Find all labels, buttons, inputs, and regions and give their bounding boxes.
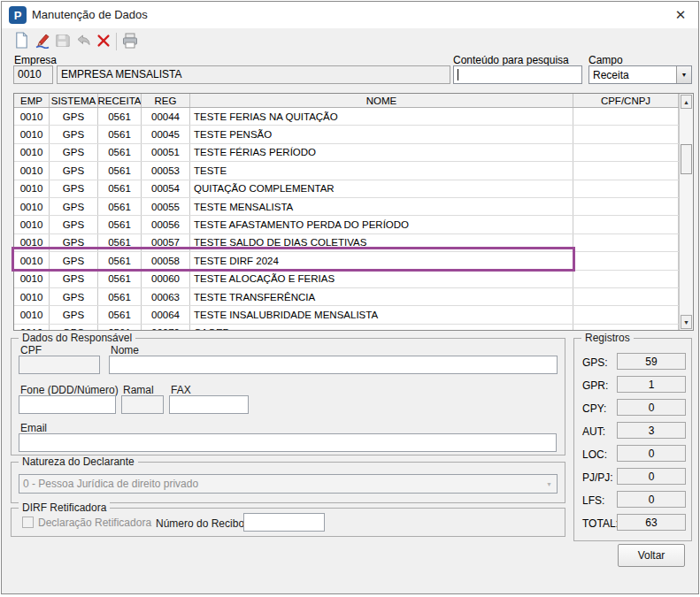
- cell-nome: TESTE SALDO DE DIAS COLETIVAS: [190, 234, 573, 251]
- cell-receita: 0561: [98, 306, 142, 323]
- column-header[interactable]: SISTEMA: [50, 94, 98, 107]
- cell-reg: 00063: [142, 288, 190, 305]
- fone-field[interactable]: [19, 395, 116, 414]
- column-header[interactable]: CPF/CNPJ: [573, 94, 679, 107]
- email-label: Email: [20, 422, 47, 434]
- cell-nome: TESTE DIRF 2024: [190, 252, 573, 269]
- vertical-scrollbar[interactable]: ▲ ▼: [679, 94, 693, 330]
- table-row[interactable]: 0010GPS056100055TESTE MENSALISTA: [14, 198, 679, 216]
- cell-nome: TESTE AFASTAMENTO PERDA DO PERÍODO: [190, 216, 573, 233]
- table-row[interactable]: 0010GPS056100057TESTE SALDO DE DIAS COLE…: [14, 234, 679, 252]
- registro-label: GPR:: [582, 379, 608, 392]
- undo-button[interactable]: [73, 31, 93, 52]
- save-record-button[interactable]: [52, 31, 73, 52]
- column-header[interactable]: EMP: [14, 94, 50, 107]
- cell-emp: 0010: [14, 252, 50, 269]
- cell-emp: 0010: [14, 216, 50, 233]
- natureza-legend: Natureza do Declarante: [19, 455, 138, 468]
- registro-row: GPR:1: [574, 372, 691, 395]
- registro-label: LFS:: [582, 494, 604, 507]
- cell-sistema: GPS: [50, 325, 98, 330]
- recibo-label: Número do Recibo:: [156, 517, 247, 530]
- cell-sistema: GPS: [50, 198, 98, 215]
- cell-reg: 00051: [142, 144, 190, 161]
- registro-value: 3: [617, 422, 686, 439]
- pencil-edit-icon: [34, 32, 51, 52]
- table-row[interactable]: 0010GPS056100070CAGED: [14, 325, 679, 330]
- campo-dropdown[interactable]: Receita ▼: [588, 65, 692, 84]
- ramal-field[interactable]: [121, 395, 164, 414]
- cell-cpf_cnpj: [573, 252, 679, 269]
- responsavel-legend: Dados do Responsável: [19, 332, 135, 344]
- cell-sistema: GPS: [50, 216, 98, 233]
- new-document-icon: [13, 32, 30, 51]
- cell-reg: 00058: [142, 252, 190, 269]
- table-row[interactable]: 0010GPS056100044TESTE FERIAS NA QUITAÇÃO: [14, 108, 679, 126]
- new-record-button[interactable]: [12, 31, 32, 52]
- cell-cpf_cnpj: [573, 198, 679, 215]
- cell-receita: 0561: [98, 288, 142, 305]
- cell-cpf_cnpj: [573, 162, 679, 179]
- registros-legend: Registros: [581, 332, 634, 344]
- registro-value: 0: [617, 491, 686, 508]
- printer-icon: [121, 32, 139, 52]
- scroll-down-icon[interactable]: ▼: [681, 315, 692, 329]
- table-row[interactable]: 0010GPS056100056TESTE AFASTAMENTO PERDA …: [14, 216, 679, 233]
- column-header[interactable]: REG: [142, 94, 190, 107]
- app-logo-icon: P: [9, 6, 27, 24]
- cell-receita: 0561: [98, 234, 142, 251]
- edit-record-button[interactable]: [32, 31, 52, 52]
- registro-label: PJ/PJ:: [582, 471, 613, 484]
- table-row[interactable]: 0010GPS056100063TESTE TRANSFERÊNCIA: [14, 288, 679, 306]
- registro-row: LOC:0: [574, 441, 691, 464]
- cell-nome: QUITAÇÃO COMPLEMENTAR: [190, 180, 573, 197]
- table-row[interactable]: 0010GPS056100053TESTE: [14, 162, 679, 180]
- cell-nome: TESTE FÉRIAS PERÍODO: [190, 144, 573, 161]
- registro-value: 0: [617, 399, 686, 416]
- column-header[interactable]: RECEITA: [98, 94, 142, 107]
- cell-cpf_cnpj: [573, 144, 679, 161]
- cell-nome: TESTE: [190, 162, 573, 179]
- table-row[interactable]: 0010GPS056100064TESTE INSALUBRIDADE MENS…: [14, 306, 679, 324]
- records-table: EMPSISTEMARECEITAREGNOMECPF/CNPJ 0010GPS…: [13, 93, 694, 331]
- cell-sistema: GPS: [50, 126, 98, 142]
- search-input[interactable]: [453, 65, 582, 84]
- responsavel-group: Dados do Responsável CPF Nome Fone (DDD/…: [11, 338, 565, 455]
- save-disk-icon: [55, 33, 71, 51]
- delete-record-button[interactable]: [93, 31, 113, 52]
- nome-field[interactable]: [109, 356, 558, 374]
- voltar-button[interactable]: Voltar: [618, 544, 685, 567]
- undo-arrow-icon: [74, 32, 92, 52]
- table-row[interactable]: 0010GPS056100045TESTE PENSÃO: [14, 126, 679, 143]
- column-header[interactable]: NOME: [190, 94, 573, 107]
- cell-cpf_cnpj: [573, 271, 679, 287]
- recibo-input[interactable]: [243, 513, 325, 532]
- cell-reg: 00054: [142, 180, 190, 197]
- scrollbar-thumb[interactable]: [681, 144, 692, 174]
- table-row[interactable]: 0010GPS056100060TESTE ALOCAÇÃO E FERIAS: [14, 271, 679, 288]
- registros-group: Registros GPS:59GPR:1CPY:0AUT:3LOC:0PJ/P…: [573, 338, 692, 541]
- table-row[interactable]: 0010GPS056100058TESTE DIRF 2024: [14, 252, 679, 270]
- cell-reg: 00044: [142, 108, 190, 125]
- cell-emp: 0010: [14, 234, 50, 251]
- cell-cpf_cnpj: [573, 180, 679, 197]
- email-field[interactable]: [19, 433, 557, 452]
- search-label: Conteúdo para pesquisa: [453, 54, 569, 66]
- cpf-field[interactable]: [19, 356, 100, 374]
- scroll-up-icon[interactable]: ▲: [681, 95, 692, 109]
- chevron-down-icon[interactable]: ▼: [676, 66, 691, 83]
- registro-row: CPY:0: [574, 395, 691, 418]
- cell-reg: 00053: [142, 162, 190, 179]
- close-icon[interactable]: ✕: [672, 6, 689, 24]
- print-button[interactable]: [119, 31, 140, 52]
- table-row[interactable]: 0010GPS056100051TESTE FÉRIAS PERÍODO: [14, 144, 679, 162]
- registros-rows: GPS:59GPR:1CPY:0AUT:3LOC:0PJ/PJ:0LFS:0TO…: [574, 349, 691, 533]
- fone-label: Fone (DDD/Número): [20, 384, 119, 396]
- toolbar: [12, 30, 140, 53]
- cpf-label: CPF: [20, 344, 42, 356]
- window-title: Manutenção de Dados: [32, 8, 148, 21]
- fax-field[interactable]: [169, 395, 249, 414]
- cell-sistema: GPS: [50, 180, 98, 197]
- table-row[interactable]: 0010GPS056100054QUITAÇÃO COMPLEMENTAR: [14, 180, 679, 198]
- cell-nome: TESTE PENSÃO: [190, 126, 573, 142]
